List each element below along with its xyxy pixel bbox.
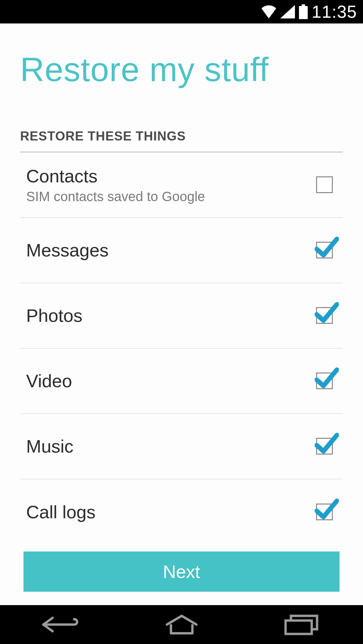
next-button[interactable]: Next xyxy=(23,551,340,592)
svg-rect-2 xyxy=(299,6,308,19)
item-title: Contacts xyxy=(26,166,205,186)
page-title: Restore my stuff xyxy=(20,50,343,89)
checkbox-music[interactable] xyxy=(316,438,333,455)
restore-item-video[interactable]: Video xyxy=(20,349,343,414)
item-title: Call logs xyxy=(26,502,96,522)
restore-items-list: Contacts SIM contacts saved to Google Me… xyxy=(20,153,343,545)
wifi-icon xyxy=(261,5,277,18)
cell-signal-icon xyxy=(280,5,295,18)
item-subtitle: SIM contacts saved to Google xyxy=(26,189,205,204)
content-area: Restore my stuff RESTORE THESE THINGS Co… xyxy=(0,23,363,605)
battery-icon xyxy=(298,4,308,19)
restore-item-photos[interactable]: Photos xyxy=(20,283,343,349)
home-button[interactable] xyxy=(155,611,208,638)
restore-item-call-logs[interactable]: Call logs xyxy=(20,479,343,545)
recent-apps-icon xyxy=(284,614,321,635)
recent-apps-button[interactable] xyxy=(276,611,329,638)
status-bar: 11:35 xyxy=(0,0,363,23)
checkbox-messages[interactable] xyxy=(316,242,333,258)
item-title: Messages xyxy=(26,240,109,260)
home-icon xyxy=(165,614,198,635)
item-title: Video xyxy=(26,370,72,391)
back-icon xyxy=(41,614,81,635)
restore-item-music[interactable]: Music xyxy=(20,414,343,479)
svg-rect-1 xyxy=(302,4,305,6)
svg-marker-0 xyxy=(280,5,295,18)
restore-item-messages[interactable]: Messages xyxy=(20,218,343,283)
item-title: Photos xyxy=(26,305,82,326)
status-time: 11:35 xyxy=(312,2,357,22)
checkbox-photos[interactable] xyxy=(316,307,333,324)
restore-item-contacts[interactable]: Contacts SIM contacts saved to Google xyxy=(20,153,343,218)
item-title: Music xyxy=(26,436,73,457)
checkbox-video[interactable] xyxy=(316,372,333,389)
section-header: RESTORE THESE THINGS xyxy=(20,129,343,153)
checkbox-contacts[interactable] xyxy=(316,176,333,193)
checkbox-call-logs[interactable] xyxy=(316,504,333,520)
svg-rect-3 xyxy=(286,621,312,634)
navigation-bar xyxy=(0,605,363,644)
back-button[interactable] xyxy=(34,611,87,638)
